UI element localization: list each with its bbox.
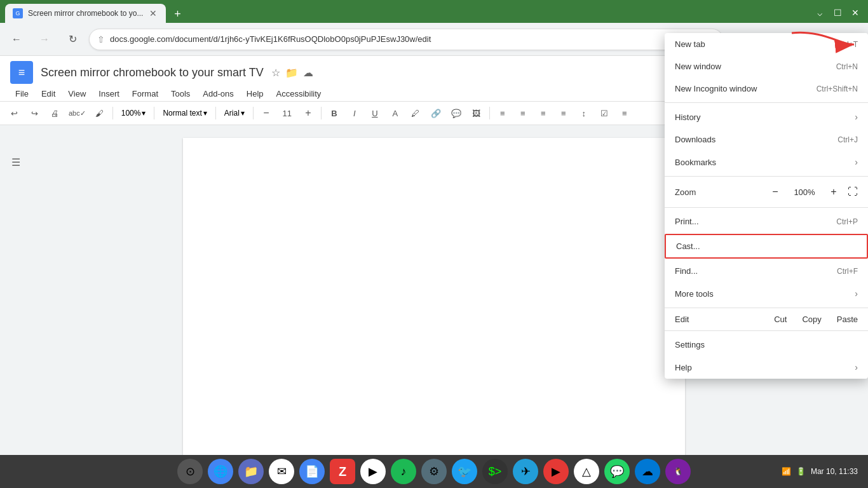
taskbar-twitter[interactable]: 🐦 [452, 459, 477, 484]
menu-find[interactable]: Find... Ctrl+F [665, 260, 868, 282]
more-tools-arrow-icon: › [855, 288, 858, 299]
close-window-button[interactable]: ✕ [848, 5, 863, 20]
menu-downloads[interactable]: Downloads Ctrl+J [665, 128, 868, 151]
taskbar-chrome[interactable]: 🌐 [208, 459, 233, 484]
minimize-button[interactable]: ⌵ [812, 5, 827, 20]
taskbar-drive[interactable]: △ [574, 459, 599, 484]
menu-edit[interactable]: Edit [36, 86, 60, 101]
menu-history[interactable]: History › [665, 105, 868, 128]
print-shortcut: Ctrl+P [836, 217, 858, 226]
new-tab-button[interactable]: + [168, 5, 186, 23]
taskbar-screen-record[interactable]: ⊙ [177, 459, 203, 484]
menu-cast[interactable]: Cast... [665, 234, 868, 259]
align-left-button[interactable]: ≡ [494, 104, 512, 122]
menu-tools[interactable]: Tools [166, 86, 195, 101]
italic-button[interactable]: I [346, 104, 363, 122]
menu-print[interactable]: Print... Ctrl+P [665, 210, 868, 233]
menu-settings[interactable]: Settings [665, 334, 868, 356]
redo-button[interactable]: ↪ [25, 104, 43, 122]
edit-label: Edit [675, 315, 774, 324]
taskbar-unknown1[interactable]: Z [330, 459, 355, 484]
menu-addons[interactable]: Add-ons [198, 86, 238, 101]
menu-insert[interactable]: Insert [93, 86, 125, 101]
url-bar[interactable]: ⇧ docs.google.com/document/d/1rjh6c-yTiv… [89, 29, 723, 50]
zoom-row-label: Zoom [675, 187, 766, 197]
checklist-button[interactable]: ☑ [595, 104, 613, 122]
tab-title: Screen mirror chromebook to yo... [28, 9, 143, 18]
history-label: History [675, 112, 850, 122]
font-chevron-icon: ▾ [241, 109, 245, 118]
cut-button[interactable]: Cut [774, 315, 787, 324]
settings-label: Settings [675, 340, 858, 349]
taskbar-onedrive[interactable]: ☁ [635, 459, 660, 484]
zoom-controls: − 100% + [766, 183, 843, 201]
edit-actions: Cut Copy Paste [774, 315, 858, 324]
bullet-list-button[interactable]: ≡ [616, 104, 634, 122]
taskbar-docs[interactable]: 📄 [299, 459, 325, 484]
taskbar-settings[interactable]: ⚙ [421, 459, 447, 484]
menu-accessibility[interactable]: Accessibility [271, 86, 327, 101]
taskbar-play[interactable]: ▶ [360, 459, 386, 484]
menu-file[interactable]: File [10, 86, 34, 101]
line-spacing-button[interactable]: ↕ [575, 104, 593, 122]
active-tab[interactable]: G Screen mirror chromebook to yo... ✕ [5, 4, 166, 23]
menu-new-incognito[interactable]: New Incognito window Ctrl+Shift+N [665, 78, 868, 100]
font-size-decrease-button[interactable]: − [257, 104, 275, 122]
folder-doc-icon[interactable]: 📁 [285, 67, 298, 79]
font-size-increase-button[interactable]: + [299, 104, 317, 122]
paste-button[interactable]: Paste [837, 315, 858, 324]
taskbar-terminal[interactable]: $> [482, 459, 508, 484]
zoom-increase-button[interactable]: + [825, 183, 843, 201]
document-title[interactable]: Screen mirror chromebook to your smart T… [41, 66, 264, 79]
taskbar-gmail[interactable]: ✉ [269, 459, 294, 484]
copy-button[interactable]: Copy [802, 315, 821, 324]
fullscreen-button[interactable]: ⛶ [848, 186, 858, 198]
back-button[interactable]: ← [5, 28, 28, 51]
comment-button[interactable]: 💬 [447, 104, 465, 122]
menu-format[interactable]: Format [127, 86, 163, 101]
underline-button[interactable]: U [366, 104, 384, 122]
taskbar-files[interactable]: 📁 [238, 459, 264, 484]
divider-3 [665, 207, 868, 208]
taskbar-telegram[interactable]: ✈ [513, 459, 538, 484]
image-button[interactable]: 🖼 [468, 104, 485, 122]
zoom-dropdown[interactable]: 100% ▾ [117, 104, 151, 122]
align-right-button[interactable]: ≡ [534, 104, 552, 122]
help-arrow-icon: › [855, 362, 858, 372]
menu-more-tools[interactable]: More tools › [665, 282, 868, 305]
separator-6 [489, 107, 490, 119]
spell-check-button[interactable]: abc✓ [66, 104, 88, 122]
tab-close-button[interactable]: ✕ [148, 8, 158, 18]
text-style-dropdown[interactable]: Normal text ▾ [158, 104, 211, 122]
text-color-button[interactable]: A [386, 104, 404, 122]
taskbar-youtube[interactable]: ▶ [543, 459, 569, 484]
find-label: Find... [675, 266, 837, 276]
menu-view[interactable]: View [63, 86, 91, 101]
link-button[interactable]: 🔗 [427, 104, 445, 122]
menu-bookmarks[interactable]: Bookmarks › [665, 151, 868, 173]
paint-format-button[interactable]: 🖌 [91, 104, 109, 122]
star-doc-icon[interactable]: ☆ [271, 67, 280, 79]
document-page [183, 138, 685, 475]
font-size-value[interactable]: 11 [278, 104, 297, 122]
menu-help[interactable]: Help › [665, 356, 868, 379]
print-button[interactable]: 🖨 [46, 104, 64, 122]
taskbar-linux[interactable]: 🐧 [665, 459, 691, 484]
divider-2 [665, 176, 868, 177]
left-sidebar-icon[interactable]: ☰ [6, 152, 25, 172]
menu-help[interactable]: Help [241, 86, 269, 101]
maximize-button[interactable]: ☐ [830, 5, 845, 20]
taskbar-whatsapp[interactable]: 💬 [604, 459, 630, 484]
forward-button[interactable]: → [33, 28, 56, 51]
undo-button[interactable]: ↩ [5, 104, 23, 122]
zoom-decrease-button[interactable]: − [766, 183, 784, 201]
font-dropdown[interactable]: Arial ▾ [220, 104, 249, 122]
reload-button[interactable]: ↻ [61, 28, 84, 51]
align-center-button[interactable]: ≡ [514, 104, 532, 122]
cloud-doc-icon[interactable]: ☁ [303, 67, 313, 79]
highlight-button[interactable]: 🖊 [407, 104, 424, 122]
taskbar-spotify[interactable]: ♪ [391, 459, 416, 484]
justify-button[interactable]: ≡ [555, 104, 573, 122]
divider-1 [665, 102, 868, 103]
bold-button[interactable]: B [325, 104, 343, 122]
